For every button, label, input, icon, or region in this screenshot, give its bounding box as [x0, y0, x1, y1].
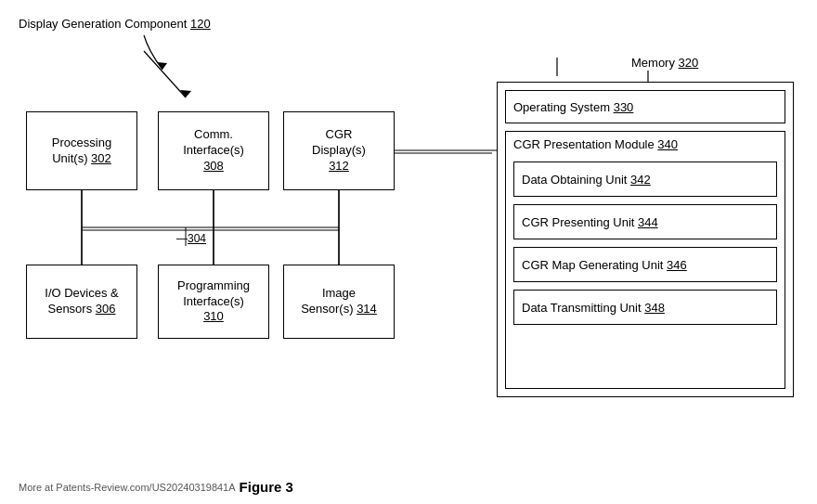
io-devices-label: I/O Devices &Sensors 306 [45, 286, 118, 317]
cgr-presentation-label: CGR Presentation Module 340 [506, 132, 785, 157]
processing-unit-label: ProcessingUnit(s) 302 [52, 136, 111, 167]
programming-interface-label: ProgrammingInterface(s)310 [177, 278, 250, 326]
figure-caption: More at Patents-Review.com/US20240319841… [0, 479, 817, 495]
programming-interface-box: ProgrammingInterface(s)310 [158, 265, 269, 339]
data-transmitting-label: Data Transmitting Unit 348 [522, 301, 665, 315]
diagram-container: Display Generation Component 120 Process… [0, 0, 817, 504]
image-sensor-box: ImageSensor(s) 314 [283, 265, 395, 339]
cgr-presentation-box: CGR Presentation Module 340 Data Obtaini… [505, 131, 785, 389]
data-transmitting-box: Data Transmitting Unit 348 [513, 290, 777, 325]
cgr-display-box: CGRDisplay(s)312 [283, 111, 395, 190]
memory-box: Operating System 330 CGR Presentation Mo… [497, 82, 794, 397]
cgr-display-label: CGRDisplay(s)312 [312, 127, 366, 174]
os-box: Operating System 330 [505, 90, 785, 123]
processing-unit-box: ProcessingUnit(s) 302 [26, 111, 137, 190]
io-devices-box: I/O Devices &Sensors 306 [26, 265, 137, 339]
svg-marker-11 [157, 62, 167, 70]
image-sensor-label: ImageSensor(s) 314 [301, 286, 377, 317]
cgr-map-box: CGR Map Generating Unit 346 [513, 247, 777, 282]
os-label: Operating System 330 [513, 100, 633, 114]
cgr-presenting-label: CGR Presenting Unit 344 [522, 215, 658, 229]
comm-interface-label: Comm.Interface(s)308 [183, 127, 244, 174]
display-generation-label: Display Generation Component 120 [19, 17, 211, 31]
label-arrow [0, 0, 817, 93]
cgr-presenting-box: CGR Presenting Unit 344 [513, 204, 777, 239]
data-obtaining-label: Data Obtaining Unit 342 [522, 173, 651, 187]
svg-marker-1 [180, 90, 191, 97]
memory-label: Memory 320 [631, 56, 698, 70]
figure-label: Figure 3 [240, 479, 293, 495]
watermark-text: More at Patents-Review.com/US20240319841… [19, 482, 236, 493]
bus-label: —304 [176, 232, 206, 245]
cgr-map-label: CGR Map Generating Unit 346 [522, 258, 687, 272]
svg-line-0 [144, 51, 186, 97]
data-obtaining-box: Data Obtaining Unit 342 [513, 162, 777, 197]
comm-interface-box: Comm.Interface(s)308 [158, 111, 269, 190]
